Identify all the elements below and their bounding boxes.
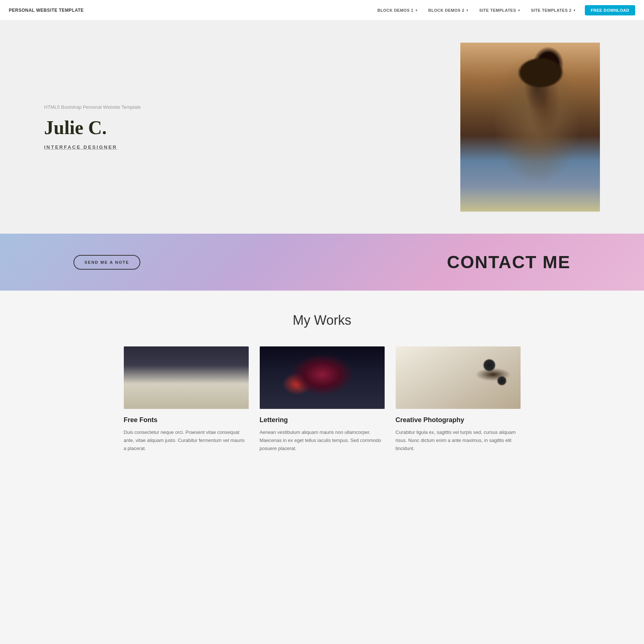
- nav-block-demos-2[interactable]: BLOCK DEMOS 2 ▼: [424, 5, 474, 15]
- hero-name: Julie C.: [44, 117, 438, 138]
- work-text-1: Duis consectetur neque orci. Praesent vi…: [124, 428, 249, 453]
- navbar: PERSONAL WEBSITE TEMPLATE BLOCK DEMOS 1 …: [0, 0, 644, 21]
- free-download-button[interactable]: FREE DOWNLOAD: [585, 5, 635, 15]
- work-title-2: Lettering: [260, 416, 385, 424]
- chevron-down-icon: ▼: [518, 9, 521, 12]
- work-title-1: Free Fonts: [124, 416, 249, 424]
- work-image-1: [124, 346, 249, 409]
- send-note-button[interactable]: SEND ME A NOTE: [73, 255, 140, 270]
- chevron-down-icon: ▼: [415, 9, 418, 12]
- work-image-2: [260, 346, 385, 409]
- hero-portrait: [460, 43, 600, 212]
- work-card-2: Lettering Aenean vestibulum aliquam maur…: [260, 346, 385, 453]
- chevron-down-icon: ▼: [466, 9, 469, 12]
- contact-title: CONTACT ME: [447, 252, 571, 272]
- works-section: My Works Free Fonts Duis consectetur neq…: [0, 291, 644, 475]
- nav-links: BLOCK DEMOS 1 ▼ BLOCK DEMOS 2 ▼ SITE TEM…: [373, 5, 635, 15]
- work-text-3: Curabitur ligula ex, sagittis vel turpis…: [396, 428, 521, 453]
- hero-section: HTML5 Bootstrap Personal Website Templat…: [0, 21, 644, 234]
- work-card-1: Free Fonts Duis consectetur neque orci. …: [124, 346, 249, 453]
- hero-role-prefix: INT: [44, 144, 55, 150]
- work-text-2: Aenean vestibulum aliquam mauris non ull…: [260, 428, 385, 453]
- work-title-3: Creative Photography: [396, 416, 521, 424]
- hero-role: INTERFACE DESIGNER: [44, 144, 438, 150]
- nav-block-demos-1[interactable]: BLOCK DEMOS 1 ▼: [373, 5, 422, 15]
- site-brand: PERSONAL WEBSITE TEMPLATE: [9, 8, 84, 13]
- works-title: My Works: [44, 313, 600, 328]
- works-grid: Free Fonts Duis consectetur neque orci. …: [44, 346, 600, 453]
- hero-text: HTML5 Bootstrap Personal Website Templat…: [44, 104, 438, 150]
- nav-site-templates[interactable]: SITE TEMPLATES ▼: [475, 5, 525, 15]
- nav-site-templates-2[interactable]: SITE TEMPLATES 2 ▼: [526, 5, 580, 15]
- chevron-down-icon: ▼: [573, 9, 576, 12]
- work-image-3: [396, 346, 521, 409]
- contact-banner: SEND ME A NOTE CONTACT ME: [0, 234, 644, 291]
- hero-subtitle: HTML5 Bootstrap Personal Website Templat…: [44, 104, 438, 110]
- work-card-3: Creative Photography Curabitur ligula ex…: [396, 346, 521, 453]
- hero-role-suffix: ERFACE DESIGNER: [55, 144, 117, 150]
